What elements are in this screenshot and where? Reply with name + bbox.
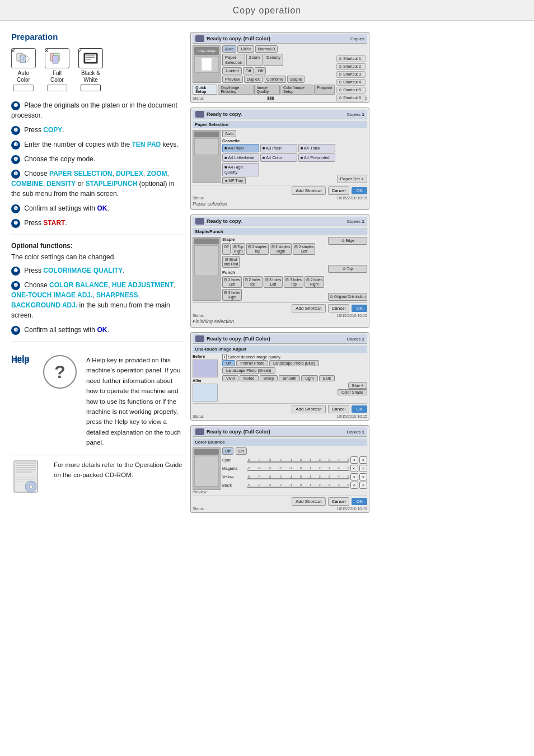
svg-rect-8: [86, 55, 95, 57]
duplex-off2-btn[interactable]: Off: [255, 67, 266, 74]
punch-section-label: Punch: [222, 270, 326, 275]
staple-top-right-btn[interactable]: ⊞ TopRight: [232, 243, 245, 255]
color-bal-cancel-btn[interactable]: Cancel: [328, 497, 350, 506]
punch-3-right-btn[interactable]: ⊟ 3 holesRight: [222, 289, 242, 301]
color-bal-on-btn[interactable]: On: [236, 447, 247, 455]
normal-density-btn[interactable]: Normal 0: [255, 45, 278, 53]
finishing-ok-btn[interactable]: OK: [352, 305, 367, 312]
paper-auto-btn[interactable]: Auto: [222, 130, 236, 137]
before-label: Before: [193, 354, 221, 358]
color-bal-add-shortcut-btn[interactable]: Add Shortcut: [292, 497, 325, 506]
tab-org-finishing[interactable]: Org/Image Finishing: [218, 85, 253, 95]
a4-hq-btn[interactable]: ■ A4 High Quality: [222, 163, 259, 176]
a4-plain-btn[interactable]: ■ A4 Plain: [222, 144, 259, 152]
a4-preprinted-btn[interactable]: ■ A4 Preprinted: [298, 153, 335, 162]
finishing-add-shortcut-btn[interactable]: Add Shortcut: [292, 304, 325, 312]
staple-off-btn[interactable]: Off: [222, 243, 231, 255]
duplex-off-btn[interactable]: Off: [243, 67, 254, 74]
vivid-btn[interactable]: Vivid: [222, 375, 238, 381]
paper-selection-btn[interactable]: PaperSelection: [222, 54, 245, 66]
zoom-pct-btn[interactable]: 100%: [237, 45, 254, 53]
sharp-btn[interactable]: Sharp: [260, 375, 278, 381]
yellow-slider[interactable]: [247, 478, 349, 479]
staple-bind-fold-btn[interactable]: ⊟ Bindand Fold: [222, 256, 240, 268]
punch-3-top-btn[interactable]: ⊟ 3 holesTop: [284, 276, 303, 288]
yellow-right-btn[interactable]: >: [359, 473, 367, 480]
cyan-right-btn[interactable]: >: [359, 456, 367, 464]
one-touch-status-label: Status: [193, 414, 204, 418]
color-bal-off-btn[interactable]: Off: [222, 447, 233, 455]
controls-row-2: PaperSelection Zoom Density: [222, 54, 335, 66]
paper-set-btn[interactable]: Paper Set >: [337, 175, 367, 183]
magenta-left-btn[interactable]: <: [350, 465, 358, 472]
cyan-left-btn[interactable]: <: [350, 456, 358, 464]
one-touch-cancel-btn[interactable]: Cancel: [328, 405, 350, 413]
paper-sel-ok-btn[interactable]: OK: [352, 187, 367, 194]
zoom-btn[interactable]: Zoom: [246, 54, 263, 66]
tab-program[interactable]: Program: [314, 85, 335, 95]
magenta-right-btn[interactable]: >: [359, 465, 367, 472]
main-panel-copies-label: Copies: [350, 36, 364, 41]
muted-btn[interactable]: Muted: [240, 375, 258, 381]
tab-image-quality[interactable]: Image Quality: [254, 85, 280, 95]
staple-2-top-btn[interactable]: ⊟ 2 staplesTop: [246, 243, 269, 255]
a4-thick-btn[interactable]: ■ A4 Thick: [298, 144, 335, 152]
shortcut-1[interactable]: ⊙ Shortcut 1: [336, 55, 366, 62]
tab-quick-setup[interactable]: Quick Setup: [193, 85, 217, 95]
finishing-cancel-btn[interactable]: Cancel: [328, 304, 350, 312]
shortcut-2[interactable]: ⊙ Shortcut 2: [336, 63, 366, 70]
shortcut-5[interactable]: ⊙ Shortcut 5: [336, 87, 366, 94]
one-touch-ok-btn[interactable]: OK: [352, 405, 367, 413]
paper-sel-date: 10/15/2010 10:15: [337, 196, 368, 200]
color-bal-ok-btn[interactable]: OK: [352, 498, 367, 505]
blue-plus-btn[interactable]: Blue +: [348, 382, 367, 389]
a4-letterhead-btn[interactable]: ■ A4 Letterhead: [222, 153, 259, 162]
portrait-photo-btn[interactable]: Portrait Photo: [236, 360, 268, 366]
auto-btn[interactable]: Auto: [222, 45, 236, 53]
edge-btn[interactable]: ⊙ Edge: [328, 237, 367, 245]
black-right-btn[interactable]: >: [359, 482, 367, 489]
a4-color-btn[interactable]: ■ A4 Color: [260, 153, 297, 162]
one-touch-add-shortcut-btn[interactable]: Add Shortcut: [292, 405, 325, 413]
a3-plain-btn[interactable]: ■ A3 Plain: [260, 144, 297, 152]
punch-2-top-btn[interactable]: ⊟ 2 holesTop: [243, 276, 263, 288]
color-shade-btn[interactable]: Color Shade: [338, 389, 367, 395]
light-btn[interactable]: Light: [301, 375, 317, 381]
right-column: Ready to copy. (Full Color) Copies ⊙ Sho…: [190, 32, 528, 513]
black-left-btn[interactable]: <: [350, 482, 358, 489]
magenta-slider[interactable]: [247, 470, 349, 471]
shortcut-4[interactable]: ⊙ Shortcut 4: [336, 79, 366, 86]
landscape-green-btn[interactable]: Landscape Photo (Green): [222, 367, 275, 374]
dark-btn[interactable]: Dark: [319, 375, 335, 381]
top-btn[interactable]: ⊙ Top: [328, 265, 367, 273]
staple-2-right-btn[interactable]: ⊟ 2 staplesRight: [270, 243, 292, 255]
main-copy-panel: Ready to copy. (Full Color) Copies ⊙ Sho…: [190, 32, 369, 103]
smooth-btn[interactable]: Smooth: [279, 375, 300, 381]
mp-tray-btn[interactable]: ■ MP Tray: [222, 177, 246, 184]
paper-sel-cancel-btn[interactable]: Cancel: [328, 186, 350, 195]
staple-btn[interactable]: Staple: [287, 76, 305, 83]
full-color-icon-box: ✕: [45, 48, 69, 68]
tab-color-setup[interactable]: Color/Image Setup: [280, 85, 313, 95]
one-touch-bottom: Add Shortcut Cancel OK: [193, 403, 367, 413]
shortcut-6[interactable]: ⊙ Shortcut 6: [336, 95, 366, 101]
orientation-btn[interactable]: ⊙ Original Orientation: [328, 293, 367, 301]
density-btn[interactable]: Density: [264, 54, 283, 66]
sided-btn[interactable]: 1-sided: [222, 67, 242, 74]
paper-sel-add-shortcut-btn[interactable]: Add Shortcut: [292, 186, 325, 195]
cyan-slider[interactable]: [247, 461, 349, 463]
combine-btn[interactable]: Combine: [264, 76, 286, 83]
landscape-blue-btn[interactable]: Landscape Photo (Blue): [269, 360, 319, 366]
preview-btn[interactable]: Preview: [222, 76, 243, 83]
staple-2-left-btn[interactable]: ⊟ 2 staplesLeft: [293, 243, 315, 255]
punch-2-right-btn[interactable]: ⊟ 2 holesRight: [305, 276, 324, 288]
duplex-btn[interactable]: Duplex: [244, 76, 263, 83]
shortcut-3[interactable]: ⊙ Shortcut 3: [336, 71, 366, 78]
punch-3-left-btn[interactable]: ⊟ 3 holesLeft: [264, 276, 283, 288]
off-adj-btn[interactable]: Off: [222, 360, 235, 366]
yellow-left-btn[interactable]: <: [350, 473, 358, 480]
paper-sel-preview: [193, 130, 221, 183]
controls-row-1: Auto 100% Normal 0: [222, 45, 335, 53]
black-slider[interactable]: [247, 487, 349, 488]
punch-2-left-btn[interactable]: ⊟ 2 holesLeft: [222, 276, 242, 288]
